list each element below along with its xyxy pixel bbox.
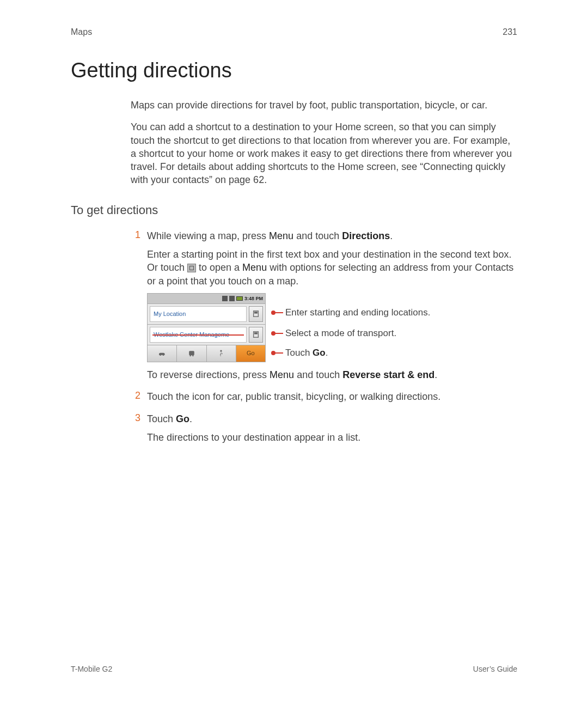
bus-icon [187, 350, 196, 357]
start-location-input[interactable]: My Location [150, 306, 247, 322]
network-icon [229, 296, 235, 301]
start-picker-button[interactable] [249, 306, 263, 322]
mode-transit-button[interactable] [177, 345, 206, 362]
end-location-input[interactable]: Westlake Center Manageme [150, 327, 247, 343]
mode-car-button[interactable] [148, 345, 177, 362]
step-2: 2 Touch the icon for car, public transit… [131, 390, 517, 409]
callout-locations: Enter starting and ending locations. [272, 303, 431, 322]
step-3-line: Touch Go. [147, 412, 517, 425]
page-footer: T-Mobile G2 User’s Guide [71, 665, 517, 673]
step-3-result: The directions to your destination appea… [147, 431, 517, 444]
phone-mock: 3:48 PM My Location Westlake Center Mana… [147, 293, 266, 362]
step-number: 2 [131, 390, 147, 409]
phone-statusbar: 3:48 PM [148, 294, 265, 303]
go-button[interactable]: Go [236, 345, 265, 362]
step-number: 3 [131, 412, 147, 450]
svg-rect-1 [254, 312, 257, 314]
callout-line-icon [272, 312, 283, 313]
callout-line-icon [272, 352, 283, 354]
step-1-line: While viewing a map, press Menu and touc… [147, 229, 517, 242]
step-1-detail: Enter a starting point in the first text… [147, 248, 517, 288]
header-section: Maps [71, 27, 92, 37]
bookmark-icon [187, 264, 196, 272]
step-number: 1 [131, 229, 147, 387]
figure-callouts: Enter starting and ending locations. Sel… [272, 293, 431, 363]
step-2-text: Touch the icon for car, public transit, … [147, 390, 517, 403]
page-header: Maps 231 [71, 27, 517, 37]
subheading: To get directions [71, 203, 517, 217]
svg-point-5 [189, 355, 191, 356]
page-title: Getting directions [71, 59, 517, 82]
callout-line-icon [272, 333, 283, 334]
signal-icon [222, 296, 228, 301]
directions-figure: 3:48 PM My Location Westlake Center Mana… [147, 293, 517, 363]
footer-left: T-Mobile G2 [71, 665, 112, 673]
svg-point-7 [220, 350, 222, 351]
start-field-row: My Location [148, 303, 265, 324]
svg-point-6 [192, 355, 193, 356]
svg-rect-3 [254, 333, 257, 334]
step-3: 3 Touch Go. The directions to your desti… [131, 412, 517, 450]
svg-rect-4 [189, 351, 194, 355]
intro-para-1: Maps can provide directions for travel b… [131, 99, 517, 112]
mode-walk-button[interactable] [207, 345, 236, 362]
reverse-label: Reverse start & end [342, 369, 434, 380]
end-field-row: Westlake Center Manageme [148, 324, 265, 345]
bookmark-icon [252, 310, 260, 318]
callout-transport: Select a mode of transport. [272, 324, 431, 343]
menu-label: Menu [269, 230, 293, 241]
end-picker-button[interactable] [249, 327, 263, 343]
battery-icon [236, 296, 243, 301]
status-time: 3:48 PM [244, 295, 263, 302]
car-icon [158, 350, 167, 357]
callout-connector [152, 334, 244, 336]
header-page-number: 231 [503, 27, 517, 37]
step-1: 1 While viewing a map, press Menu and to… [131, 229, 517, 387]
callout-go: Touch Go. [272, 343, 431, 363]
directions-label: Directions [342, 230, 390, 241]
transport-mode-row: Go [148, 345, 265, 362]
walk-icon [217, 350, 225, 357]
intro-para-2: You can add a shortcut to a destination … [131, 120, 517, 186]
footer-right: User’s Guide [473, 665, 517, 673]
bookmark-icon [252, 331, 260, 338]
step-1-reverse: To reverse directions, press Menu and to… [147, 368, 517, 381]
